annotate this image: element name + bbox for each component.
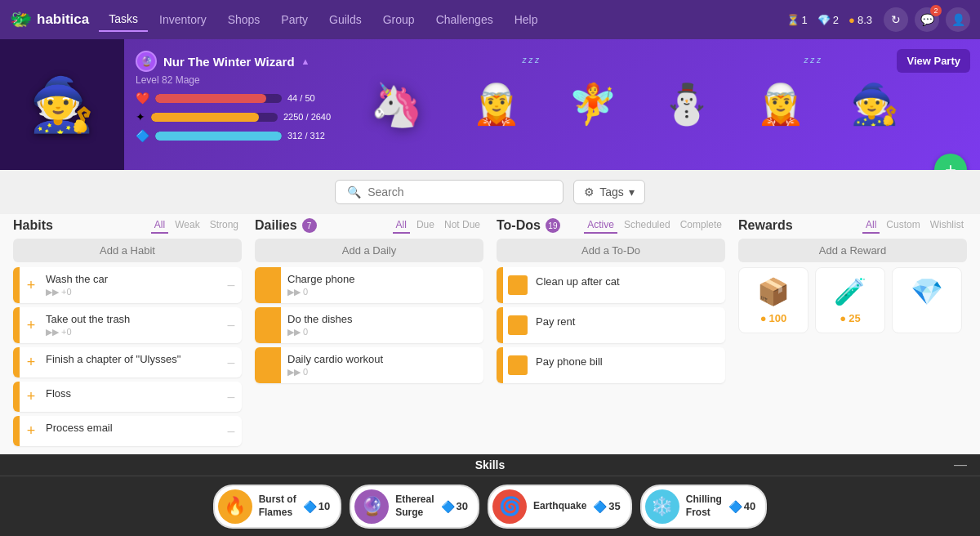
daily-name-2: Daily cardio workout [287,353,477,365]
habit-minus-0[interactable]: – [220,267,242,303]
nav-help[interactable]: Help [505,8,548,31]
skill-cost-2: 🔷 35 [593,500,620,513]
rewards-filter-wishlist[interactable]: Wishlist [927,217,967,234]
nav-stats: ⏳ 1 💎 2 ● 8.3 [786,14,872,26]
hp-bar-fill [155,94,266,103]
view-party-btn[interactable]: View Party [897,49,970,73]
search-icon: 🔍 [347,185,361,199]
rewards-filter-custom[interactable]: Custom [883,217,923,234]
add-todo-btn[interactable]: Add a To-Do [497,239,725,262]
daily-meta-2: ▶▶ 0 [287,367,477,377]
todos-filter-scheduled[interactable]: Scheduled [621,217,674,234]
xp-icon: ✦ [136,110,145,123]
main-content: Habits All Weak Strong Add a Habit + Was… [0,214,980,456]
skill-card-0[interactable]: 🔥 Burst ofFlames 🔷 10 [213,485,341,529]
gold-coin-icon-1: ● [840,312,846,324]
add-daily-btn[interactable]: Add a Daily [255,239,483,262]
nav-shops[interactable]: Shops [218,8,270,31]
nav-inventory[interactable]: Inventory [149,8,216,31]
reward-item-1[interactable]: 🧪 ● 25 [815,267,885,333]
party-member-2: 🧚 [546,47,639,162]
gold-coin-icon: ● [760,312,767,324]
tags-label: Tags [599,185,624,199]
nav-party[interactable]: Party [271,8,318,31]
nav-challenges[interactable]: Challenges [426,8,503,31]
habit-plus-1[interactable]: + [20,307,42,343]
tags-btn[interactable]: ⚙ Tags ▾ [573,180,645,204]
daily-meta-1: ▶▶ 0 [287,327,477,337]
habit-plus-3[interactable]: + [20,382,42,412]
refresh-btn[interactable]: ↻ [884,7,908,32]
logo-text: habitica [37,11,89,28]
add-reward-btn[interactable]: Add a Reward [738,239,967,262]
logo[interactable]: 🐲 habitica [10,9,89,30]
zzz-1: z z z [522,56,539,65]
profile-btn[interactable]: 👤 [946,7,970,32]
todos-filter-complete[interactable]: Complete [677,217,725,234]
dailies-filter-notdue[interactable]: Not Due [441,217,483,234]
notifications-btn[interactable]: 💬 2 [915,7,939,32]
hero-info: 🔮 Nur The Winter Wizard ▲ Level 82 Mage … [124,39,348,170]
habit-name-3: Floss [46,387,217,400]
reward-icon-0: 📦 [757,276,790,307]
todos-filter-active[interactable]: Active [584,217,617,234]
habits-filter-strong[interactable]: Strong [207,217,242,234]
habits-title: Habits [13,218,53,233]
skill-card-2[interactable]: 🌀 Earthquake 🔷 35 [488,485,632,529]
todo-check-1[interactable] [508,315,528,335]
reward-cost-0: ● 100 [760,312,787,324]
todo-check-0[interactable] [508,275,528,295]
todo-name-1: Pay rent [536,315,722,328]
hero-avatar-art: 🧙 [29,74,95,136]
search-box[interactable]: 🔍 [335,180,564,204]
skill-icon-3: ❄️ [645,489,679,524]
notification-badge: 2 [930,5,942,16]
mp-icon: 🔷 [136,129,149,142]
habit-minus-1[interactable]: – [220,307,242,343]
party-member-1: z z z 🧝 [448,47,546,162]
reward-item-2[interactable]: 💎 [892,267,962,333]
hero-level: Level 82 Mage [136,74,336,86]
xp-bar-bg [151,113,278,122]
rewards-filter-all[interactable]: All [862,217,880,234]
habits-filter-all[interactable]: All [151,217,168,234]
daily-item-2: Daily cardio workout ▶▶ 0 [255,347,483,383]
nav-guilds[interactable]: Guilds [319,8,372,31]
daily-check-1[interactable] [255,307,281,343]
todo-name-2: Pay phone bill [536,355,722,368]
habit-minus-3[interactable]: – [220,382,242,412]
reward-cost-1: ● 25 [840,312,860,324]
habit-minus-2[interactable]: – [220,347,242,377]
skill-name-1: EtherealSurge [395,494,434,519]
skill-card-1[interactable]: 🔮 EtherealSurge 🔷 30 [350,485,479,529]
habit-plus-4[interactable]: + [20,416,42,446]
nav-stat-gold: ● 8.3 [849,14,872,26]
habit-plus-2[interactable]: + [20,347,42,377]
habits-filter-weak[interactable]: Weak [172,217,203,234]
dailies-filter-all[interactable]: All [393,217,410,234]
skills-title: Skills [475,458,506,471]
reward-item-0[interactable]: 📦 ● 100 [738,267,808,333]
todo-check-2[interactable] [508,355,528,375]
hero-name: Nur The Winter Wizard [163,55,295,69]
skill-name-3: ChillingFrost [686,494,722,519]
rewards-filters: All Custom Wishlist [862,217,967,234]
daily-check-2[interactable] [255,347,281,383]
daily-check-0[interactable] [255,267,281,303]
skill-name-0: Burst ofFlames [259,494,296,519]
todo-item-2: Pay phone bill [497,347,725,383]
habit-plus-0[interactable]: + [20,267,42,303]
habit-name-0: Wash the car [46,273,217,285]
nav-group[interactable]: Group [373,8,425,31]
daily-name-1: Do the dishes [287,313,477,325]
todo-item-1: Pay rent [497,307,725,343]
dailies-filter-due[interactable]: Due [413,217,438,234]
habit-name-1: Take out the trash [46,313,217,325]
habit-meta-1: ▶▶ +0 [46,327,217,337]
add-habit-btn[interactable]: Add a Habit [13,239,242,262]
nav-tasks[interactable]: Tasks [99,7,148,32]
skill-card-3[interactable]: ❄️ ChillingFrost 🔷 40 [640,485,767,529]
habit-minus-4[interactable]: – [220,416,242,446]
skills-minimize-btn[interactable]: — [954,458,967,472]
search-input[interactable] [368,185,551,199]
